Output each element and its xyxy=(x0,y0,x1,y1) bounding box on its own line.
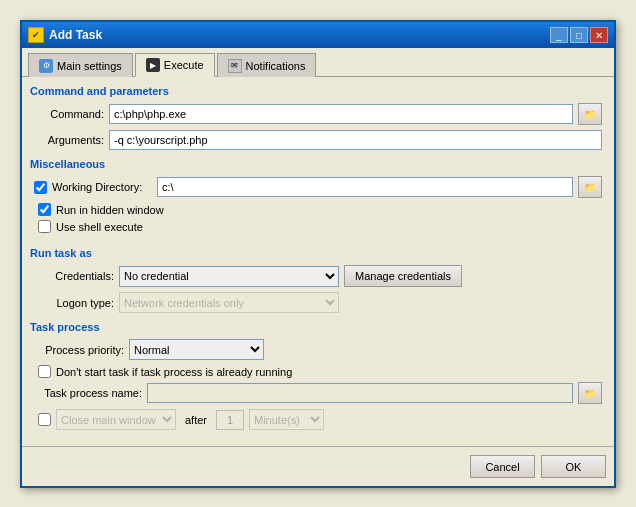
working-dir-checkbox[interactable] xyxy=(34,181,47,194)
arguments-input[interactable] xyxy=(109,130,602,150)
tab-main-settings-label: Main settings xyxy=(57,60,122,72)
task-process-section: Task process Process priority: Normal Lo… xyxy=(30,321,606,430)
close-window-checkbox[interactable] xyxy=(38,413,51,426)
title-bar: ✔ Add Task _ □ ✕ xyxy=(22,22,614,48)
arguments-label: Arguments: xyxy=(34,134,104,146)
restore-button[interactable]: □ xyxy=(570,27,588,43)
main-settings-icon: ⚙ xyxy=(39,59,53,73)
use-shell-label: Use shell execute xyxy=(56,221,143,233)
dialog-footer: Cancel OK xyxy=(22,446,614,486)
run-task-as-content: Credentials: No credential Use stored cr… xyxy=(30,265,606,313)
use-shell-checkbox[interactable] xyxy=(38,220,51,233)
run-hidden-row: Run in hidden window xyxy=(34,203,602,216)
task-process-title: Task process xyxy=(30,321,606,333)
command-row: Command: 📁 xyxy=(34,103,602,125)
use-shell-row: Use shell execute xyxy=(34,220,602,233)
working-dir-input[interactable] xyxy=(157,177,573,197)
miscellaneous-content: Working Directory: 📁 Run in hidden windo… xyxy=(30,176,606,233)
task-name-browse-button[interactable]: 📁 xyxy=(578,382,602,404)
close-button[interactable]: ✕ xyxy=(590,27,608,43)
title-bar-left: ✔ Add Task xyxy=(28,27,102,43)
command-browse-button[interactable]: 📁 xyxy=(578,103,602,125)
tab-execute[interactable]: ▶ Execute xyxy=(135,53,215,77)
ok-button[interactable]: OK xyxy=(541,455,606,478)
dont-start-row: Don't start task if task process is alre… xyxy=(34,365,602,378)
title-bar-controls: _ □ ✕ xyxy=(550,27,608,43)
credentials-row: Credentials: No credential Use stored cr… xyxy=(34,265,602,287)
dont-start-label: Don't start task if task process is alre… xyxy=(56,366,292,378)
command-input[interactable] xyxy=(109,104,573,124)
cancel-button[interactable]: Cancel xyxy=(470,455,535,478)
credentials-label: Credentials: xyxy=(34,270,114,282)
window-title: Add Task xyxy=(49,28,102,42)
manage-credentials-button[interactable]: Manage credentials xyxy=(344,265,462,287)
logon-type-row: Logon type: Network credentials only xyxy=(34,292,602,313)
arguments-row: Arguments: xyxy=(34,130,602,150)
logon-type-label: Logon type: xyxy=(34,297,114,309)
logon-type-select[interactable]: Network credentials only xyxy=(119,292,339,313)
notifications-icon: ✉ xyxy=(228,59,242,73)
tab-main-settings[interactable]: ⚙ Main settings xyxy=(28,53,133,77)
priority-select[interactable]: Normal Low High Real time Idle xyxy=(129,339,264,360)
working-dir-browse-button[interactable]: 📁 xyxy=(578,176,602,198)
task-process-content: Process priority: Normal Low High Real t… xyxy=(30,339,606,430)
tab-content: Command and parameters Command: 📁 Argume… xyxy=(22,77,614,446)
run-task-as-title: Run task as xyxy=(30,247,606,259)
task-name-row: Task process name: 📁 xyxy=(34,382,602,404)
dont-start-checkbox[interactable] xyxy=(38,365,51,378)
task-name-input[interactable] xyxy=(147,383,573,403)
run-task-as-section: Run task as Credentials: No credential U… xyxy=(30,247,606,313)
credentials-select[interactable]: No credential Use stored credential xyxy=(119,266,339,287)
add-task-window: ✔ Add Task _ □ ✕ ⚙ Main settings ▶ Execu… xyxy=(20,20,616,488)
priority-label: Process priority: xyxy=(34,344,124,356)
command-params-title: Command and parameters xyxy=(30,85,606,97)
tab-notifications[interactable]: ✉ Notifications xyxy=(217,53,317,77)
tab-bar: ⚙ Main settings ▶ Execute ✉ Notification… xyxy=(22,48,614,77)
after-label: after xyxy=(181,414,211,426)
run-hidden-checkbox[interactable] xyxy=(38,203,51,216)
command-label: Command: xyxy=(34,108,104,120)
close-window-select[interactable]: Close main window xyxy=(56,409,176,430)
task-name-label: Task process name: xyxy=(34,387,142,399)
miscellaneous-title: Miscellaneous xyxy=(30,158,606,170)
working-dir-row: Working Directory: 📁 xyxy=(34,176,602,198)
working-dir-label: Working Directory: xyxy=(52,181,152,193)
run-hidden-label: Run in hidden window xyxy=(56,204,164,216)
unit-select[interactable]: Minute(s) Second(s) Hour(s) xyxy=(249,409,324,430)
command-params-section: Command and parameters Command: 📁 Argume… xyxy=(30,85,606,150)
tab-notifications-label: Notifications xyxy=(246,60,306,72)
miscellaneous-section: Miscellaneous Working Directory: 📁 Run i… xyxy=(30,158,606,233)
command-params-content: Command: 📁 Arguments: xyxy=(30,103,606,150)
minimize-button[interactable]: _ xyxy=(550,27,568,43)
priority-row: Process priority: Normal Low High Real t… xyxy=(34,339,602,360)
window-icon: ✔ xyxy=(28,27,44,43)
execute-icon: ▶ xyxy=(146,58,160,72)
close-window-row: Close main window after Minute(s) Second… xyxy=(34,409,602,430)
after-input[interactable] xyxy=(216,410,244,430)
tab-execute-label: Execute xyxy=(164,59,204,71)
